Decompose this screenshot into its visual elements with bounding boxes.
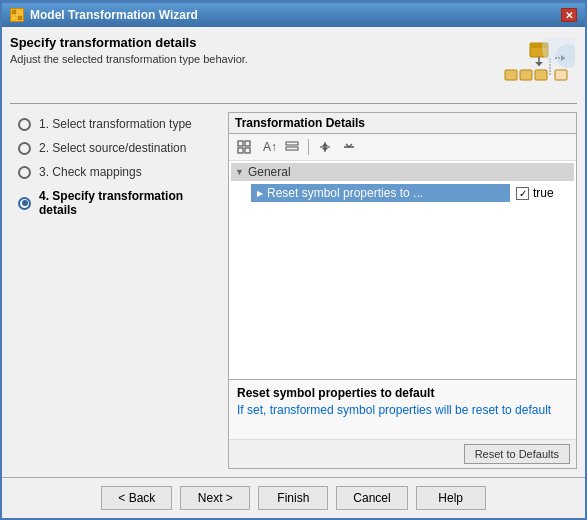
reset-defaults-button[interactable]: Reset to Defaults [464, 444, 570, 464]
property-expand-icon: ▶ [257, 189, 263, 198]
cancel-button[interactable]: Cancel [336, 486, 407, 510]
svg-rect-17 [238, 141, 243, 146]
sort-icon: A↑ [261, 140, 275, 154]
step-1-label: 1. Select transformation type [39, 117, 192, 131]
transformation-details-panel: Transformation Details A↑ [228, 112, 577, 469]
main-window: Model Transformation Wizard ✕ Specify tr… [0, 0, 587, 520]
description-text-part1: If set, transformed symbol properties [237, 403, 435, 417]
step-4-radio [18, 197, 31, 210]
title-bar: Model Transformation Wizard ✕ [2, 3, 585, 27]
expand-icon [318, 140, 332, 154]
transform-details-title: Transformation Details [229, 113, 576, 134]
step-2: 2. Select source/destination [10, 136, 220, 160]
general-group-label: General [248, 165, 291, 179]
svg-rect-22 [286, 142, 298, 145]
toolbar-sort-btn[interactable]: A↑ [257, 137, 279, 157]
description-box: Reset symbol properties to default If se… [229, 379, 576, 439]
general-group-header: ▼ General [231, 163, 574, 181]
step-2-label: 2. Select source/destination [39, 141, 186, 155]
svg-rect-19 [238, 148, 243, 153]
toolbar-collapse-btn[interactable] [338, 137, 360, 157]
svg-rect-1 [18, 10, 22, 14]
details-toolbar: A↑ [229, 134, 576, 161]
expand-arrow-general: ▼ [235, 167, 244, 177]
window-title: Model Transformation Wizard [30, 8, 198, 22]
properties-tree: ▼ General ▶ Reset symbol properties to .… [229, 161, 576, 379]
grid-icon [237, 140, 251, 154]
property-value-text: true [533, 186, 554, 200]
content-area: Specify transformation details Adjust th… [2, 27, 585, 477]
property-name-cell[interactable]: ▶ Reset symbol properties to ... [251, 184, 510, 202]
description-text-highlight: will be reset to default [435, 403, 551, 417]
property-name-label: Reset symbol properties to ... [267, 186, 423, 200]
svg-rect-23 [286, 147, 298, 150]
window-icon [10, 8, 24, 22]
reset-row: Reset to Defaults [229, 439, 576, 468]
svg-rect-11 [520, 70, 532, 80]
property-value-cell: ✓ true [510, 184, 570, 202]
footer-bar: < Back Next > Finish Cancel Help [2, 477, 585, 518]
collapse-icon [342, 140, 356, 154]
svg-rect-2 [12, 16, 16, 20]
step-2-radio [18, 142, 31, 155]
page-title: Specify transformation details [10, 35, 248, 50]
header-text: Specify transformation details Adjust th… [10, 35, 248, 65]
svg-rect-12 [535, 70, 547, 80]
step-3-label: 3. Check mappings [39, 165, 142, 179]
close-button[interactable]: ✕ [561, 8, 577, 22]
help-button[interactable]: Help [416, 486, 486, 510]
svg-text:A↑: A↑ [263, 140, 275, 154]
svg-rect-18 [245, 141, 250, 146]
main-body: 1. Select transformation type 2. Select … [10, 112, 577, 469]
steps-panel: 1. Select transformation type 2. Select … [10, 112, 220, 469]
svg-rect-13 [555, 70, 567, 80]
property-row-reset: ▶ Reset symbol properties to ... ✓ true [247, 182, 574, 204]
toolbar-expand-btn[interactable] [314, 137, 336, 157]
svg-rect-0 [12, 10, 16, 14]
list-icon [285, 140, 299, 154]
header-section: Specify transformation details Adjust th… [10, 35, 577, 95]
svg-marker-26 [322, 148, 328, 151]
next-button[interactable]: Next > [180, 486, 250, 510]
svg-rect-3 [18, 16, 22, 20]
step-3: 3. Check mappings [10, 160, 220, 184]
description-text: If set, transformed symbol properties wi… [237, 403, 568, 417]
finish-button[interactable]: Finish [258, 486, 328, 510]
back-button[interactable]: < Back [101, 486, 172, 510]
step-1: 1. Select transformation type [10, 112, 220, 136]
title-bar-left: Model Transformation Wizard [10, 8, 198, 22]
svg-rect-20 [245, 148, 250, 153]
page-subtitle: Adjust the selected transformation type … [10, 53, 248, 65]
description-title: Reset symbol properties to default [237, 386, 568, 400]
step-4: 4. Specify transformation details [10, 184, 220, 222]
property-checkbox[interactable]: ✓ [516, 187, 529, 200]
svg-rect-10 [505, 70, 517, 80]
header-divider [10, 103, 577, 104]
toolbar-separator [308, 139, 309, 155]
step-4-label: 4. Specify transformation details [39, 189, 212, 217]
step-1-radio [18, 118, 31, 131]
toolbar-list-btn[interactable] [281, 137, 303, 157]
svg-marker-27 [322, 143, 328, 146]
step-3-radio [18, 166, 31, 179]
header-illustration [497, 35, 577, 95]
toolbar-grid-btn[interactable] [233, 137, 255, 157]
svg-marker-7 [535, 62, 543, 66]
